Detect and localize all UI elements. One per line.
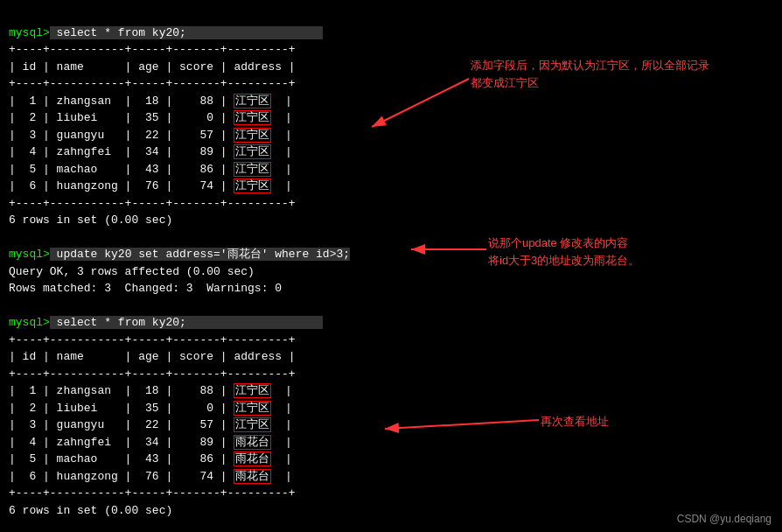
- cmd3: select * from ky20;: [50, 316, 323, 329]
- addr1: 江宁区: [234, 94, 271, 108]
- rows-matched: Rows matched: 3 Changed: 3 Warnings: 0: [9, 282, 282, 295]
- cmd1: select * from ky20;: [50, 26, 323, 39]
- table-border2: +----+-----------+-----+-------+--------…: [9, 77, 296, 90]
- row3: | 3 | guangyu | 22 | 57 | 江宁区 |: [9, 128, 292, 143]
- addr2-4: 雨花台: [234, 435, 271, 450]
- annotation2: 说那个update 修改表的内容将id大于3的地址改为雨花台。: [488, 234, 639, 269]
- row2-5: | 5 | machao | 43 | 86 | 雨花台 |: [9, 452, 292, 466]
- row2: | 2 | liubei | 35 | 0 | 江宁区 |: [9, 110, 292, 125]
- table-border5: +----+-----------+-----+-------+--------…: [9, 368, 296, 381]
- annotation1: 添加字段后，因为默认为江宁区，所以全部记录都变成江宁区: [471, 57, 709, 91]
- addr2-5: 雨花台: [234, 452, 271, 466]
- addr4: 江宁区: [234, 144, 271, 159]
- table-border: +----+-----------+-----+-------+--------…: [9, 43, 296, 56]
- addr2: 江宁区: [234, 110, 271, 125]
- table-header: | id | name | age | score | address |: [9, 60, 296, 74]
- table-border6: +----+-----------+-----+-------+--------…: [9, 486, 296, 500]
- row2-1: | 1 | zhangsan | 18 | 88 | 江宁区 |: [9, 383, 292, 398]
- table-border4: +----+-----------+-----+-------+--------…: [9, 333, 296, 346]
- annotation3: 再次查看地址: [541, 413, 609, 430]
- prompt2: mysql>: [9, 248, 50, 261]
- addr2-2: 江宁区: [234, 401, 271, 416]
- addr2-6: 雨花台: [234, 469, 271, 484]
- prompt3: mysql>: [9, 316, 50, 329]
- query-ok: Query OK, 3 rows affected (0.00 sec): [9, 265, 255, 278]
- addr2-1: 江宁区: [234, 383, 271, 398]
- csdn-watermark: CSDN @yu.deqiang: [677, 513, 772, 525]
- result1: 6 rows in set (0.00 sec): [9, 214, 172, 227]
- row2-2: | 2 | liubei | 35 | 0 | 江宁区 |: [9, 401, 292, 416]
- addr2-3: 江宁区: [234, 417, 271, 432]
- addr3: 江宁区: [234, 128, 271, 143]
- row4: | 4 | zahngfei | 34 | 89 | 江宁区 |: [9, 144, 292, 159]
- addr6: 江宁区: [234, 178, 271, 193]
- addr5: 江宁区: [234, 162, 271, 177]
- row2-4: | 4 | zahngfei | 34 | 89 | 雨花台 |: [9, 435, 292, 450]
- result2: 6 rows in set (0.00 sec): [9, 504, 172, 517]
- table-header2: | id | name | age | score | address |: [9, 350, 296, 363]
- row1: | 1 | zhangsan | 18 | 88 | 江宁区 |: [9, 94, 292, 108]
- row6: | 6 | huangzong | 76 | 74 | 江宁区 |: [9, 178, 292, 193]
- row5: | 5 | machao | 43 | 86 | 江宁区 |: [9, 162, 292, 177]
- cmd2: update ky20 set address='雨花台' where id>3…: [50, 248, 350, 261]
- prompt1: mysql>: [9, 26, 50, 39]
- table-border3: +----+-----------+-----+-------+--------…: [9, 197, 296, 210]
- row2-3: | 3 | guangyu | 22 | 57 | 江宁区 |: [9, 417, 292, 432]
- row2-6: | 6 | huangzong | 76 | 74 | 雨花台 |: [9, 469, 292, 484]
